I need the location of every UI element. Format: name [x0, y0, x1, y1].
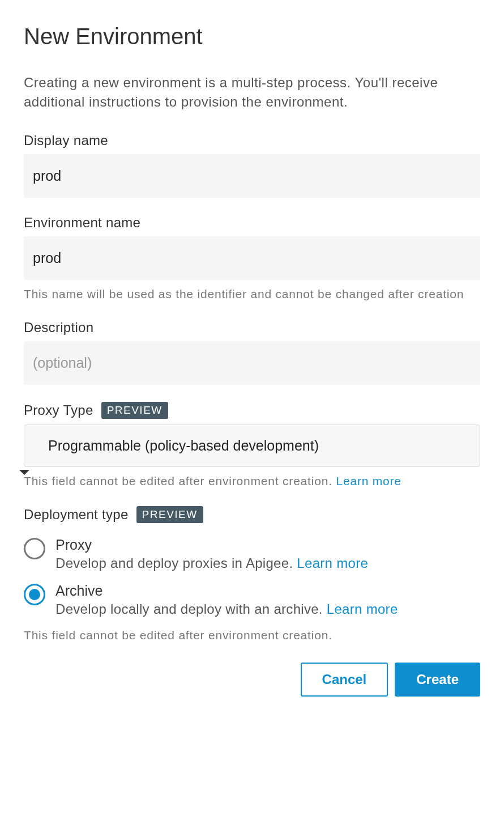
display-name-field: Display name	[24, 133, 480, 198]
display-name-input[interactable]	[24, 154, 480, 198]
description-input[interactable]	[24, 341, 480, 385]
create-button[interactable]: Create	[395, 663, 480, 697]
proxy-type-learn-more-link[interactable]: Learn more	[336, 474, 401, 487]
radio-icon[interactable]	[24, 584, 45, 605]
proxy-type-select[interactable]: Programmable (policy-based development)	[24, 425, 480, 467]
environment-name-label: Environment name	[24, 215, 480, 231]
page-title: New Environment	[24, 24, 480, 49]
deployment-option-archive[interactable]: Archive Develop locally and deploy with …	[24, 583, 480, 617]
deployment-learn-more-link[interactable]: Learn more	[327, 601, 398, 617]
deployment-type-label: Deployment type	[24, 507, 129, 523]
proxy-type-field: Proxy Type PREVIEW Programmable (policy-…	[24, 402, 480, 489]
description-label: Description	[24, 320, 480, 336]
deployment-type-field: Deployment type PREVIEW Proxy Develop an…	[24, 506, 480, 642]
chevron-down-icon	[19, 470, 29, 475]
deployment-option-desc: Develop locally and deploy with an archi…	[55, 601, 327, 617]
deployment-option-title: Archive	[55, 583, 480, 599]
intro-text: Creating a new environment is a multi-st…	[24, 73, 480, 111]
preview-badge: PREVIEW	[136, 506, 203, 523]
deployment-option-desc: Develop and deploy proxies in Apigee.	[55, 555, 297, 571]
deployment-type-helper: This field cannot be edited after enviro…	[24, 629, 480, 642]
radio-icon[interactable]	[24, 538, 45, 559]
deployment-option-proxy[interactable]: Proxy Develop and deploy proxies in Apig…	[24, 537, 480, 571]
proxy-type-helper: This field cannot be edited after enviro…	[24, 474, 336, 487]
deployment-learn-more-link[interactable]: Learn more	[297, 555, 368, 571]
preview-badge: PREVIEW	[101, 402, 168, 419]
proxy-type-label: Proxy Type	[24, 402, 93, 418]
display-name-label: Display name	[24, 133, 480, 148]
deployment-option-title: Proxy	[55, 537, 480, 553]
environment-name-input[interactable]	[24, 236, 480, 280]
cancel-button[interactable]: Cancel	[301, 663, 388, 697]
description-field: Description	[24, 320, 480, 385]
dialog-actions: Cancel Create	[24, 663, 480, 697]
environment-name-field: Environment name This name will be used …	[24, 215, 480, 302]
environment-name-helper: This name will be used as the identifier…	[24, 286, 480, 302]
